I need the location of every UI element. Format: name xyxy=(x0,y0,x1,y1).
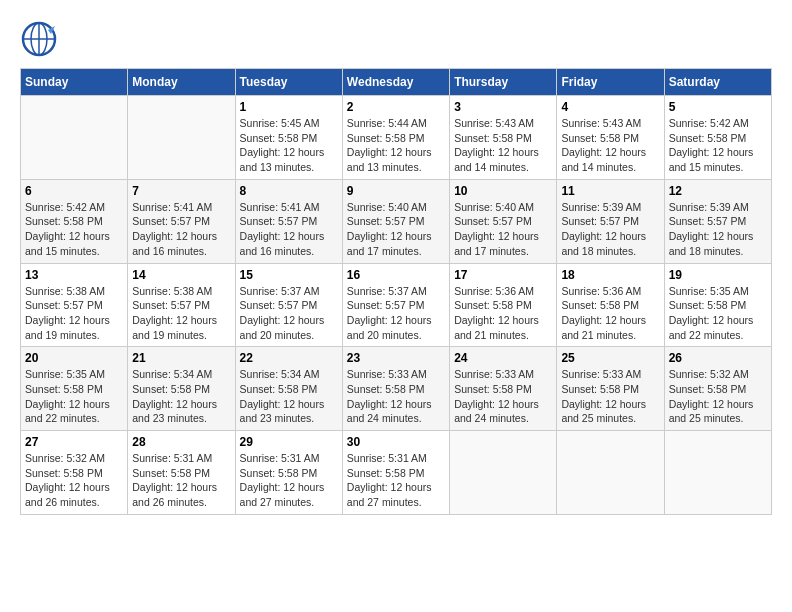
day-number: 22 xyxy=(240,351,338,365)
day-number: 13 xyxy=(25,268,123,282)
day-info: Sunrise: 5:38 AMSunset: 5:57 PMDaylight:… xyxy=(132,284,230,343)
day-number: 21 xyxy=(132,351,230,365)
day-info: Sunrise: 5:32 AMSunset: 5:58 PMDaylight:… xyxy=(669,367,767,426)
calendar-cell xyxy=(557,431,664,515)
calendar-cell: 13Sunrise: 5:38 AMSunset: 5:57 PMDayligh… xyxy=(21,263,128,347)
day-info: Sunrise: 5:31 AMSunset: 5:58 PMDaylight:… xyxy=(240,451,338,510)
day-number: 16 xyxy=(347,268,445,282)
calendar-cell: 6Sunrise: 5:42 AMSunset: 5:58 PMDaylight… xyxy=(21,179,128,263)
calendar-body: 1Sunrise: 5:45 AMSunset: 5:58 PMDaylight… xyxy=(21,96,772,515)
calendar-cell: 11Sunrise: 5:39 AMSunset: 5:57 PMDayligh… xyxy=(557,179,664,263)
calendar-cell: 19Sunrise: 5:35 AMSunset: 5:58 PMDayligh… xyxy=(664,263,771,347)
calendar-cell xyxy=(128,96,235,180)
day-number: 23 xyxy=(347,351,445,365)
calendar-cell: 28Sunrise: 5:31 AMSunset: 5:58 PMDayligh… xyxy=(128,431,235,515)
day-number: 19 xyxy=(669,268,767,282)
calendar-cell: 25Sunrise: 5:33 AMSunset: 5:58 PMDayligh… xyxy=(557,347,664,431)
calendar-cell: 27Sunrise: 5:32 AMSunset: 5:58 PMDayligh… xyxy=(21,431,128,515)
day-info: Sunrise: 5:33 AMSunset: 5:58 PMDaylight:… xyxy=(561,367,659,426)
calendar-week-5: 27Sunrise: 5:32 AMSunset: 5:58 PMDayligh… xyxy=(21,431,772,515)
calendar-cell: 16Sunrise: 5:37 AMSunset: 5:57 PMDayligh… xyxy=(342,263,449,347)
weekday-header-wednesday: Wednesday xyxy=(342,69,449,96)
calendar-cell: 4Sunrise: 5:43 AMSunset: 5:58 PMDaylight… xyxy=(557,96,664,180)
day-info: Sunrise: 5:41 AMSunset: 5:57 PMDaylight:… xyxy=(132,200,230,259)
day-number: 11 xyxy=(561,184,659,198)
day-info: Sunrise: 5:36 AMSunset: 5:58 PMDaylight:… xyxy=(561,284,659,343)
calendar-cell xyxy=(450,431,557,515)
day-number: 9 xyxy=(347,184,445,198)
day-number: 1 xyxy=(240,100,338,114)
day-number: 17 xyxy=(454,268,552,282)
day-info: Sunrise: 5:36 AMSunset: 5:58 PMDaylight:… xyxy=(454,284,552,343)
day-number: 15 xyxy=(240,268,338,282)
calendar-cell: 2Sunrise: 5:44 AMSunset: 5:58 PMDaylight… xyxy=(342,96,449,180)
calendar-week-1: 1Sunrise: 5:45 AMSunset: 5:58 PMDaylight… xyxy=(21,96,772,180)
day-number: 5 xyxy=(669,100,767,114)
day-info: Sunrise: 5:37 AMSunset: 5:57 PMDaylight:… xyxy=(240,284,338,343)
day-info: Sunrise: 5:45 AMSunset: 5:58 PMDaylight:… xyxy=(240,116,338,175)
calendar-cell: 20Sunrise: 5:35 AMSunset: 5:58 PMDayligh… xyxy=(21,347,128,431)
day-info: Sunrise: 5:32 AMSunset: 5:58 PMDaylight:… xyxy=(25,451,123,510)
calendar-cell xyxy=(664,431,771,515)
day-number: 28 xyxy=(132,435,230,449)
calendar-week-3: 13Sunrise: 5:38 AMSunset: 5:57 PMDayligh… xyxy=(21,263,772,347)
calendar-cell: 1Sunrise: 5:45 AMSunset: 5:58 PMDaylight… xyxy=(235,96,342,180)
day-number: 7 xyxy=(132,184,230,198)
weekday-header-friday: Friday xyxy=(557,69,664,96)
day-number: 3 xyxy=(454,100,552,114)
weekday-header-monday: Monday xyxy=(128,69,235,96)
calendar-week-4: 20Sunrise: 5:35 AMSunset: 5:58 PMDayligh… xyxy=(21,347,772,431)
day-number: 8 xyxy=(240,184,338,198)
calendar-cell: 17Sunrise: 5:36 AMSunset: 5:58 PMDayligh… xyxy=(450,263,557,347)
day-number: 20 xyxy=(25,351,123,365)
calendar-header-row: SundayMondayTuesdayWednesdayThursdayFrid… xyxy=(21,69,772,96)
calendar-cell: 7Sunrise: 5:41 AMSunset: 5:57 PMDaylight… xyxy=(128,179,235,263)
day-number: 29 xyxy=(240,435,338,449)
calendar-cell: 21Sunrise: 5:34 AMSunset: 5:58 PMDayligh… xyxy=(128,347,235,431)
weekday-header-tuesday: Tuesday xyxy=(235,69,342,96)
calendar-cell: 23Sunrise: 5:33 AMSunset: 5:58 PMDayligh… xyxy=(342,347,449,431)
calendar-cell: 10Sunrise: 5:40 AMSunset: 5:57 PMDayligh… xyxy=(450,179,557,263)
day-info: Sunrise: 5:35 AMSunset: 5:58 PMDaylight:… xyxy=(669,284,767,343)
weekday-header-saturday: Saturday xyxy=(664,69,771,96)
calendar-cell: 22Sunrise: 5:34 AMSunset: 5:58 PMDayligh… xyxy=(235,347,342,431)
calendar-cell: 24Sunrise: 5:33 AMSunset: 5:58 PMDayligh… xyxy=(450,347,557,431)
day-info: Sunrise: 5:39 AMSunset: 5:57 PMDaylight:… xyxy=(561,200,659,259)
day-number: 6 xyxy=(25,184,123,198)
day-info: Sunrise: 5:34 AMSunset: 5:58 PMDaylight:… xyxy=(132,367,230,426)
calendar-cell: 18Sunrise: 5:36 AMSunset: 5:58 PMDayligh… xyxy=(557,263,664,347)
calendar-cell: 14Sunrise: 5:38 AMSunset: 5:57 PMDayligh… xyxy=(128,263,235,347)
day-info: Sunrise: 5:39 AMSunset: 5:57 PMDaylight:… xyxy=(669,200,767,259)
day-number: 14 xyxy=(132,268,230,282)
calendar-cell: 15Sunrise: 5:37 AMSunset: 5:57 PMDayligh… xyxy=(235,263,342,347)
calendar-cell: 26Sunrise: 5:32 AMSunset: 5:58 PMDayligh… xyxy=(664,347,771,431)
day-info: Sunrise: 5:43 AMSunset: 5:58 PMDaylight:… xyxy=(454,116,552,175)
day-info: Sunrise: 5:42 AMSunset: 5:58 PMDaylight:… xyxy=(25,200,123,259)
day-number: 10 xyxy=(454,184,552,198)
day-info: Sunrise: 5:37 AMSunset: 5:57 PMDaylight:… xyxy=(347,284,445,343)
day-number: 27 xyxy=(25,435,123,449)
calendar-cell: 9Sunrise: 5:40 AMSunset: 5:57 PMDaylight… xyxy=(342,179,449,263)
page-header xyxy=(20,20,772,58)
calendar-table: SundayMondayTuesdayWednesdayThursdayFrid… xyxy=(20,68,772,515)
day-info: Sunrise: 5:38 AMSunset: 5:57 PMDaylight:… xyxy=(25,284,123,343)
day-number: 24 xyxy=(454,351,552,365)
day-info: Sunrise: 5:33 AMSunset: 5:58 PMDaylight:… xyxy=(347,367,445,426)
day-info: Sunrise: 5:40 AMSunset: 5:57 PMDaylight:… xyxy=(347,200,445,259)
day-number: 2 xyxy=(347,100,445,114)
day-number: 12 xyxy=(669,184,767,198)
day-number: 4 xyxy=(561,100,659,114)
calendar-cell: 8Sunrise: 5:41 AMSunset: 5:57 PMDaylight… xyxy=(235,179,342,263)
calendar-cell: 5Sunrise: 5:42 AMSunset: 5:58 PMDaylight… xyxy=(664,96,771,180)
calendar-cell xyxy=(21,96,128,180)
day-info: Sunrise: 5:34 AMSunset: 5:58 PMDaylight:… xyxy=(240,367,338,426)
day-number: 30 xyxy=(347,435,445,449)
weekday-header-thursday: Thursday xyxy=(450,69,557,96)
day-info: Sunrise: 5:41 AMSunset: 5:57 PMDaylight:… xyxy=(240,200,338,259)
day-info: Sunrise: 5:31 AMSunset: 5:58 PMDaylight:… xyxy=(132,451,230,510)
calendar-cell: 29Sunrise: 5:31 AMSunset: 5:58 PMDayligh… xyxy=(235,431,342,515)
day-info: Sunrise: 5:44 AMSunset: 5:58 PMDaylight:… xyxy=(347,116,445,175)
day-number: 25 xyxy=(561,351,659,365)
calendar-week-2: 6Sunrise: 5:42 AMSunset: 5:58 PMDaylight… xyxy=(21,179,772,263)
logo xyxy=(20,20,60,58)
